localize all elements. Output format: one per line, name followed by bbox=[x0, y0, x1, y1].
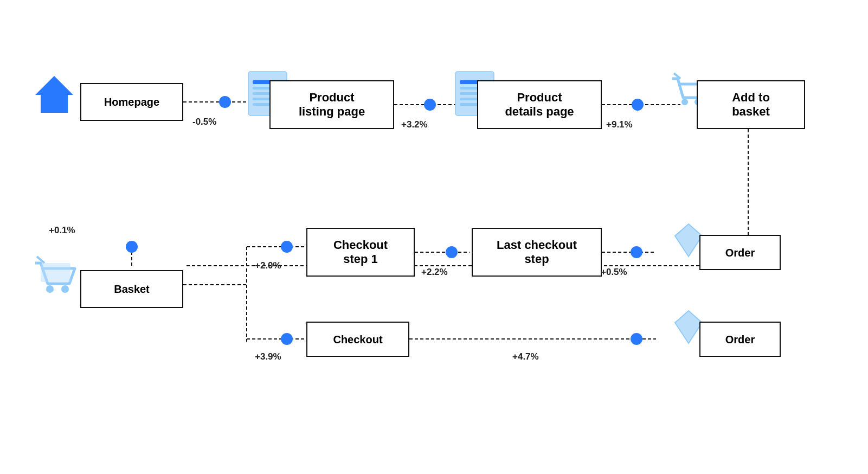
svg-marker-35 bbox=[675, 311, 702, 343]
add-to-basket-label: Add to basket bbox=[732, 91, 770, 119]
dot-hp-plp bbox=[219, 96, 231, 108]
svg-rect-14 bbox=[49, 102, 60, 113]
dot-lcs-order1 bbox=[631, 246, 642, 258]
dot-pdp-atb bbox=[632, 99, 644, 111]
order2-node: Order bbox=[699, 322, 781, 357]
pct-basket-entry: +0.1% bbox=[49, 225, 75, 236]
pct-hp-plp: -0.5% bbox=[192, 117, 216, 127]
dot-basket-entry bbox=[126, 241, 138, 253]
product-listing-label: Product listing page bbox=[299, 91, 365, 119]
pct-plp-pdp: +3.2% bbox=[401, 119, 428, 130]
pct-pdp-atb: +9.1% bbox=[606, 119, 633, 130]
order1-label: Order bbox=[725, 246, 755, 259]
pct-basket-cs1: +2.0% bbox=[255, 260, 281, 271]
svg-point-27 bbox=[681, 99, 688, 105]
product-details-node: Product details page bbox=[477, 80, 602, 129]
last-checkout-label: Last checkout step bbox=[497, 238, 577, 267]
basket-icon bbox=[33, 252, 79, 298]
add-to-basket-node: Add to basket bbox=[697, 80, 805, 129]
checkout-node: Checkout bbox=[306, 322, 409, 357]
dot-basket-co bbox=[281, 333, 293, 345]
pct-co-order2: +4.7% bbox=[512, 351, 539, 362]
checkout-label: Checkout bbox=[333, 333, 382, 346]
order2-label: Order bbox=[725, 333, 755, 346]
homepage-node: Homepage bbox=[80, 83, 183, 121]
svg-rect-22 bbox=[460, 80, 479, 84]
basket-node: Basket bbox=[80, 270, 183, 308]
homepage-label: Homepage bbox=[104, 95, 159, 108]
flow-diagram: Homepage Product listing page Product de… bbox=[0, 0, 868, 474]
dot-cs1-lcs bbox=[446, 246, 458, 258]
svg-point-31 bbox=[61, 285, 69, 293]
pct-basket-co: +3.9% bbox=[255, 351, 281, 362]
checkout-step1-node: Checkout step 1 bbox=[306, 228, 415, 277]
svg-marker-34 bbox=[675, 224, 702, 257]
last-checkout-node: Last checkout step bbox=[472, 228, 602, 277]
homepage-icon bbox=[30, 71, 79, 121]
order1-node: Order bbox=[699, 235, 781, 270]
product-details-label: Product details page bbox=[505, 91, 574, 119]
checkout-step1-label: Checkout step 1 bbox=[333, 238, 388, 267]
product-listing-node: Product listing page bbox=[269, 80, 394, 129]
svg-rect-16 bbox=[253, 80, 272, 84]
svg-rect-33 bbox=[41, 263, 70, 282]
dot-plp-pdp bbox=[424, 99, 436, 111]
basket-label: Basket bbox=[114, 283, 150, 296]
pct-cs1-lcs: +2.2% bbox=[421, 267, 448, 278]
dot-basket-cs1 bbox=[281, 241, 293, 253]
dot-co-order2 bbox=[631, 333, 642, 345]
pct-lcs-order1: +0.5% bbox=[601, 267, 627, 278]
svg-point-30 bbox=[46, 285, 54, 293]
